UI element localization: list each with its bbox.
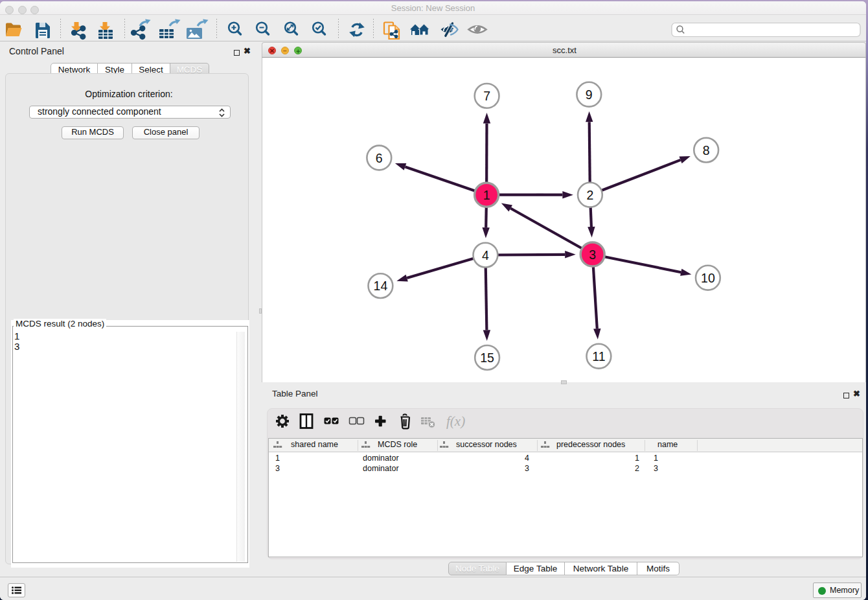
- svg-text:8: 8: [703, 143, 710, 157]
- svg-text:f(x): f(x): [446, 413, 465, 429]
- svg-text:9: 9: [586, 87, 593, 102]
- svg-text:11: 11: [592, 349, 605, 363]
- svg-text:4: 4: [482, 248, 489, 262]
- svg-text:3: 3: [589, 248, 596, 262]
- svg-text:7: 7: [483, 89, 490, 103]
- svg-text:14: 14: [374, 279, 388, 293]
- svg-text:1: 1: [483, 188, 490, 202]
- svg-text:15: 15: [480, 351, 494, 365]
- svg-text:10: 10: [701, 271, 715, 285]
- svg-text:2: 2: [586, 188, 593, 202]
- svg-text:6: 6: [376, 151, 383, 165]
